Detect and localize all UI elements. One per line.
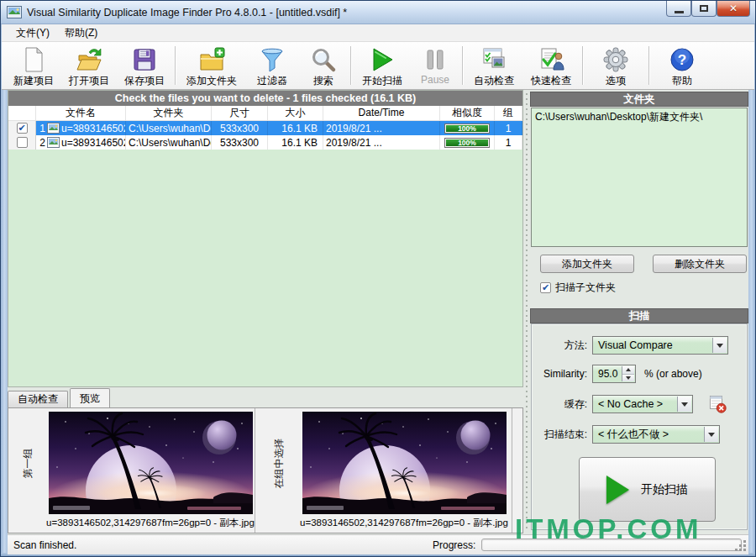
file-folder: C:\Users\wuhan\Desk... bbox=[126, 135, 212, 150]
pause-icon bbox=[422, 46, 449, 73]
column-filename[interactable]: 文件名 bbox=[36, 106, 126, 120]
toolbar-quick-check[interactable]: 快速检查 bbox=[522, 42, 580, 89]
folder-path-item[interactable]: C:\Users\wuhan\Desktop\新建文件夹\ bbox=[535, 111, 702, 123]
preview-image-left bbox=[49, 412, 253, 514]
start-scan-label: 开始扫描 bbox=[641, 482, 688, 497]
save-project-icon bbox=[131, 46, 158, 73]
close-button[interactable]: ✕ bbox=[717, 1, 750, 17]
tab-auto-check[interactable]: 自动检查 bbox=[8, 391, 68, 407]
delete-cache-button[interactable] bbox=[708, 395, 727, 413]
window-border-right bbox=[748, 24, 755, 556]
table-row[interactable]: 2 u=3893146502,3142 C:\Users\wuhan\Desk.… bbox=[8, 135, 522, 150]
minimize-button[interactable] bbox=[666, 1, 691, 17]
similarity-label: Similarity: bbox=[535, 368, 592, 380]
file-dimensions: 533x300 bbox=[212, 121, 268, 135]
tab-preview[interactable]: 预览 bbox=[70, 388, 110, 407]
folder-list[interactable]: C:\Users\wuhan\Desktop\新建文件夹\ bbox=[531, 108, 748, 247]
resize-grip[interactable] bbox=[735, 540, 746, 551]
table-header: 文件名 文件夹 尺寸 大小 Date/Time 相似度 组 bbox=[8, 106, 522, 121]
preview-divider bbox=[512, 408, 512, 533]
cache-label: 缓存: bbox=[535, 397, 592, 412]
select-in-group-label: 在组中选择 bbox=[256, 408, 302, 518]
window-title: Visual Similarity Duplicate Image Finder… bbox=[27, 7, 347, 18]
toolbar-label: 自动检查 bbox=[474, 74, 514, 88]
scan-groupbox: 方法: Visual Compare Similarity: 95.0 bbox=[531, 323, 748, 530]
toolbar-label: 帮助 bbox=[672, 74, 692, 88]
toolbar-label: 过滤器 bbox=[257, 74, 287, 88]
options-gear-icon bbox=[602, 46, 629, 73]
menu-help[interactable]: 帮助(Z) bbox=[57, 24, 105, 42]
toolbar-options[interactable]: 选项 bbox=[585, 42, 646, 89]
image-file-icon bbox=[47, 123, 60, 134]
help-icon: ? bbox=[669, 46, 696, 73]
maximize-icon bbox=[700, 5, 708, 12]
vertical-splitter[interactable] bbox=[523, 90, 530, 534]
toolbar-label: 选项 bbox=[606, 74, 626, 88]
preview-divider bbox=[255, 408, 255, 533]
similarity-bar: 100% bbox=[444, 123, 490, 134]
scan-subfolders-checkbox[interactable] bbox=[540, 282, 551, 293]
toolbar-search[interactable]: 搜索 bbox=[299, 42, 348, 89]
status-message: Scan finished. bbox=[13, 539, 76, 551]
results-table: Check the files you want to delete - 1 f… bbox=[8, 90, 523, 387]
window-border-left bbox=[1, 24, 8, 556]
toolbar-add-folder[interactable]: 添加文件夹 bbox=[178, 42, 245, 89]
toolbar-separator bbox=[462, 46, 463, 85]
table-row[interactable]: 1 u=3893146502,3142 C:\Users\wuhan\Desk.… bbox=[8, 121, 522, 135]
similarity-stepper[interactable]: 95.0 bbox=[592, 365, 636, 383]
file-group: 1 bbox=[495, 135, 522, 150]
toolbar-help[interactable]: ? 帮助 bbox=[652, 42, 712, 89]
start-scan-icon bbox=[369, 46, 396, 73]
chevron-down-icon bbox=[704, 427, 718, 442]
app-icon bbox=[7, 6, 22, 18]
spinner-buttons[interactable] bbox=[622, 366, 634, 381]
toolbar-save-project[interactable]: 保存项目 bbox=[117, 42, 172, 89]
maximize-button[interactable] bbox=[691, 1, 717, 17]
column-check[interactable] bbox=[8, 106, 36, 120]
toolbar-auto-check[interactable]: 自动检查 bbox=[465, 42, 522, 89]
menubar: 文件(Y) 帮助(Z) bbox=[2, 24, 754, 42]
preview-image-right bbox=[302, 412, 507, 514]
watermark: ITMOP.COM bbox=[515, 513, 701, 545]
toolbar-new-project[interactable]: 新建项目 bbox=[6, 42, 61, 89]
row-checkbox[interactable] bbox=[17, 137, 28, 148]
column-datetime[interactable]: Date/Time bbox=[323, 106, 440, 120]
app-window: Visual Similarity Duplicate Image Finder… bbox=[0, 0, 756, 557]
column-group[interactable]: 组 bbox=[495, 106, 522, 120]
start-scan-button[interactable]: 开始扫描 bbox=[579, 457, 716, 522]
toolbar-label: 搜索 bbox=[313, 74, 333, 88]
search-icon bbox=[310, 46, 337, 73]
titlebar[interactable]: Visual Similarity Duplicate Image Finder… bbox=[1, 1, 755, 24]
menu-file[interactable]: 文件(Y) bbox=[8, 24, 57, 42]
remove-folder-button[interactable]: 删除文件夹 bbox=[653, 255, 747, 273]
column-similarity[interactable]: 相似度 bbox=[440, 106, 495, 120]
method-dropdown[interactable]: Visual Compare bbox=[592, 336, 728, 355]
toolbar-separator bbox=[648, 46, 649, 85]
auto-check-icon bbox=[480, 46, 507, 73]
spin-down-icon[interactable] bbox=[622, 375, 634, 382]
column-size[interactable]: 大小 bbox=[268, 106, 323, 120]
column-folder[interactable]: 文件夹 bbox=[126, 106, 212, 120]
toolbar-filter[interactable]: 过滤器 bbox=[245, 42, 299, 89]
table-banner: Check the files you want to delete - 1 f… bbox=[8, 91, 522, 106]
toolbar-separator bbox=[350, 46, 351, 85]
column-dimensions[interactable]: 尺寸 bbox=[212, 106, 268, 120]
file-size: 16.1 KB bbox=[268, 135, 323, 150]
row-number: 1 bbox=[36, 123, 45, 134]
method-label: 方法: bbox=[535, 339, 592, 353]
chevron-down-icon bbox=[677, 397, 691, 412]
preview-caption-right: u=3893146502,314297687fm=26gp=0 - 副本.jpg bbox=[288, 517, 520, 529]
new-project-icon bbox=[20, 46, 47, 73]
add-folder-icon bbox=[198, 46, 225, 73]
toolbar-separator bbox=[582, 46, 583, 85]
toolbar-start-scan[interactable]: 开始扫描 bbox=[354, 42, 411, 89]
scan-finish-dropdown[interactable]: < 什么也不做 > bbox=[592, 425, 720, 444]
row-checkbox[interactable] bbox=[17, 123, 28, 134]
cache-dropdown[interactable]: < No Cache > bbox=[592, 395, 693, 413]
preview-caption-left: u=3893146502,314297687fm=26gp=0 - 副本.jpg bbox=[34, 517, 266, 529]
add-folder-button[interactable]: 添加文件夹 bbox=[540, 255, 634, 273]
toolbar-open-project[interactable]: 打开项目 bbox=[61, 42, 117, 89]
file-group: 1 bbox=[495, 121, 522, 135]
scan-header: 扫描 bbox=[530, 308, 748, 323]
spin-up-icon[interactable] bbox=[622, 366, 634, 375]
